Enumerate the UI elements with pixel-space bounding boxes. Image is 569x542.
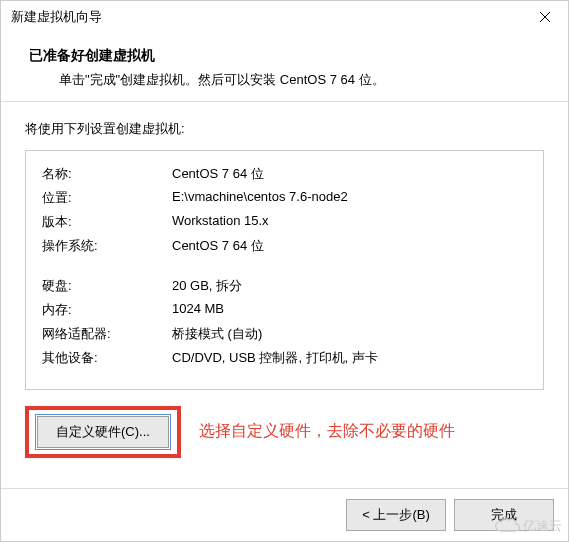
summary-row: 版本:Workstation 15.x	[42, 213, 527, 231]
annotation-highlight-box: 自定义硬件(C)...	[25, 406, 181, 458]
summary-key: 名称:	[42, 165, 172, 183]
summary-row: 硬盘:20 GB, 拆分	[42, 277, 527, 295]
titlebar: 新建虚拟机向导	[1, 1, 568, 33]
summary-row: 内存:1024 MB	[42, 301, 527, 319]
wizard-body: 将使用下列设置创建虚拟机: 名称:CentOS 7 64 位 位置:E:\vma…	[1, 102, 568, 468]
summary-key: 版本:	[42, 213, 172, 231]
wizard-header: 已准备好创建虚拟机 单击"完成"创建虚拟机。然后可以安装 CentOS 7 64…	[1, 33, 568, 101]
summary-val: CD/DVD, USB 控制器, 打印机, 声卡	[172, 349, 527, 367]
new-vm-wizard-dialog: 新建虚拟机向导 已准备好创建虚拟机 单击"完成"创建虚拟机。然后可以安装 Cen…	[0, 0, 569, 542]
summary-row: 操作系统:CentOS 7 64 位	[42, 237, 527, 255]
summary-key: 硬盘:	[42, 277, 172, 295]
summary-val: 桥接模式 (自动)	[172, 325, 527, 343]
summary-key: 操作系统:	[42, 237, 172, 255]
dialog-title: 新建虚拟机向导	[11, 8, 102, 26]
summary-val: Workstation 15.x	[172, 213, 527, 231]
summary-val: 20 GB, 拆分	[172, 277, 527, 295]
close-icon	[540, 12, 550, 22]
summary-val: E:\vmachine\centos 7.6-node2	[172, 189, 527, 207]
summary-key: 位置:	[42, 189, 172, 207]
summary-val: CentOS 7 64 位	[172, 165, 527, 183]
finish-button[interactable]: 完成	[454, 499, 554, 531]
summary-val: 1024 MB	[172, 301, 527, 319]
header-title: 已准备好创建虚拟机	[29, 47, 540, 65]
wizard-footer: < 上一步(B) 完成 亿速云	[1, 488, 568, 541]
summary-val: CentOS 7 64 位	[172, 237, 527, 255]
summary-key: 其他设备:	[42, 349, 172, 367]
settings-intro: 将使用下列设置创建虚拟机:	[25, 120, 544, 138]
annotation-text: 选择自定义硬件，去除不必要的硬件	[199, 421, 455, 442]
back-button[interactable]: < 上一步(B)	[346, 499, 446, 531]
summary-row: 其他设备:CD/DVD, USB 控制器, 打印机, 声卡	[42, 349, 527, 367]
summary-key: 内存:	[42, 301, 172, 319]
close-button[interactable]	[522, 1, 568, 33]
summary-row: 网络适配器:桥接模式 (自动)	[42, 325, 527, 343]
summary-key: 网络适配器:	[42, 325, 172, 343]
customize-hardware-button[interactable]: 自定义硬件(C)...	[37, 416, 169, 448]
header-subtitle: 单击"完成"创建虚拟机。然后可以安装 CentOS 7 64 位。	[29, 71, 540, 89]
summary-row: 名称:CentOS 7 64 位	[42, 165, 527, 183]
summary-row: 位置:E:\vmachine\centos 7.6-node2	[42, 189, 527, 207]
settings-summary-box: 名称:CentOS 7 64 位 位置:E:\vmachine\centos 7…	[25, 150, 544, 390]
